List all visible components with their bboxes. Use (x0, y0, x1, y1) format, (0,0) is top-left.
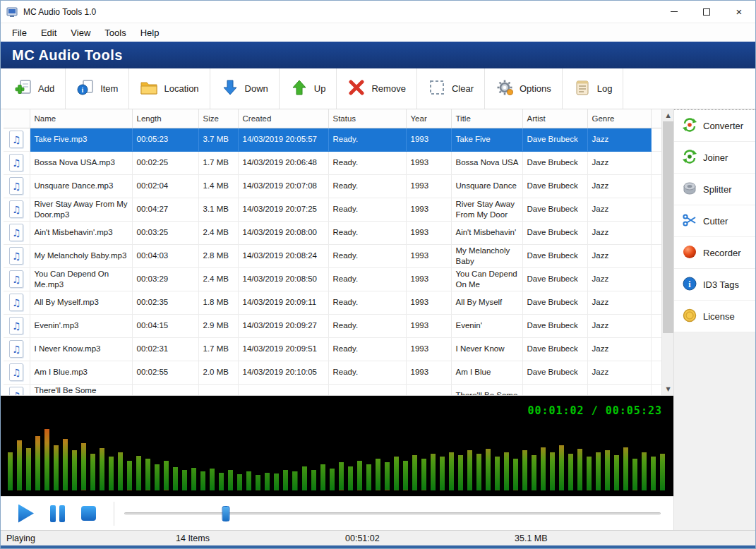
stop-button[interactable] (73, 501, 104, 526)
menu-view[interactable]: View (64, 23, 97, 42)
table-row[interactable]: ♫Evenin'.mp300:04:152.9 MB14/03/2019 20:… (4, 314, 663, 337)
spectrum-bar (26, 448, 31, 490)
sidebar-item-recorder[interactable]: Recorder (674, 237, 755, 269)
minimize-button[interactable] (658, 1, 690, 23)
column-header-genre[interactable]: Genre (587, 109, 651, 128)
table-row[interactable]: ♫Unsquare Dance.mp300:02:041.4 MB14/03/2… (4, 174, 663, 198)
table-row[interactable]: ♫Take Five.mp300:05:233.7 MB14/03/2019 2… (4, 128, 663, 151)
menu-help[interactable]: Help (133, 23, 167, 42)
menu-file[interactable]: File (5, 23, 34, 42)
location-button[interactable]: Location (129, 68, 209, 109)
cell-name: Unsquare Dance.mp3 (30, 174, 132, 198)
spectrum-bar (486, 449, 491, 490)
converter-icon (682, 117, 697, 135)
title-bar: MC Audio Tools 1.0 × (1, 1, 755, 23)
log-icon (573, 78, 592, 99)
menu-edit[interactable]: Edit (34, 23, 64, 42)
column-header-length[interactable]: Length (132, 109, 198, 128)
cell-artist: Dave Brubeck (522, 291, 587, 314)
log-button[interactable]: Log (563, 68, 623, 109)
table-row[interactable]: ♫My Melancholy Baby.mp300:04:032.8 MB14/… (4, 244, 663, 267)
music-note-icon: ♫ (4, 384, 30, 396)
column-header-status[interactable]: Status (328, 109, 406, 128)
cell-status: Ready. (328, 337, 406, 361)
down-button[interactable]: Down (210, 68, 279, 109)
music-note-icon: ♫ (4, 267, 30, 291)
cell-artist: Dave Brubeck (522, 221, 587, 244)
clear-button[interactable]: Clear (417, 68, 484, 109)
cell-length: 00:03:25 (132, 221, 198, 244)
cell-artist: Dave Brubeck (522, 244, 587, 267)
column-header-title[interactable]: Title (451, 109, 522, 128)
cell-year: 1993 (406, 174, 451, 198)
spectrum-bar (541, 447, 546, 490)
cell-artist: Dave Brubeck (522, 151, 587, 174)
table-row[interactable]: ♫There'll Be Some ChangesThere'll Be Som… (4, 384, 663, 396)
up-button[interactable]: Up (280, 68, 337, 109)
spectrum-visualizer: 00:01:02 / 00:05:23 (1, 396, 673, 496)
column-header-artist[interactable]: Artist (522, 109, 587, 128)
menu-tools[interactable]: Tools (97, 23, 133, 42)
close-icon: × (736, 6, 743, 17)
seek-handle[interactable] (222, 506, 230, 521)
cell-year: 1993 (406, 337, 451, 361)
spectrum-bar (145, 459, 150, 490)
add-button[interactable]: Add (4, 68, 65, 109)
spectrum-bar (200, 471, 205, 490)
table-row[interactable]: ♫All By Myself.mp300:02:351.8 MB14/03/20… (4, 291, 663, 314)
table-row[interactable]: ♫River Stay Away From My Door.mp300:04:2… (4, 198, 663, 221)
scroll-down-icon[interactable]: ▼ (662, 383, 673, 395)
cell-year: 1993 (406, 128, 451, 151)
tools-list: Converter Joiner (674, 109, 755, 332)
stop-icon (81, 506, 96, 521)
play-button[interactable] (11, 501, 42, 526)
column-header-created[interactable]: Created (238, 109, 328, 128)
sidebar-item-splitter[interactable]: Splitter (674, 174, 755, 205)
spectrum-bar (596, 452, 601, 490)
column-header-size[interactable]: Size (198, 109, 238, 128)
column-header-name[interactable]: Name (30, 109, 132, 128)
cell-length: 00:02:31 (132, 337, 198, 361)
table-scrollbar[interactable]: ▲ ▼ (661, 109, 673, 395)
spectrum-bar (283, 470, 288, 490)
item-button[interactable]: i Item (66, 68, 128, 109)
sidebar-item-id3-tags[interactable]: i ID3 Tags (674, 269, 755, 301)
pause-button[interactable] (42, 501, 73, 526)
music-note-icon: ♫ (4, 151, 30, 174)
seek-slider[interactable] (124, 501, 661, 526)
cell-size: 1.7 MB (198, 337, 238, 361)
table-row[interactable]: ♫You Can Depend On Me.mp300:03:292.4 MB1… (4, 267, 663, 291)
sidebar-item-converter[interactable]: Converter (674, 110, 755, 142)
music-note-icon: ♫ (4, 244, 30, 267)
playback-time: 00:01:02 / 00:05:23 (527, 404, 662, 417)
spectrum-bar (90, 454, 95, 490)
sidebar-item-cutter[interactable]: Cutter (674, 205, 755, 237)
cell-name: Evenin'.mp3 (30, 314, 132, 337)
remove-button[interactable]: Remove (337, 68, 416, 109)
options-button[interactable]: Options (485, 68, 562, 109)
spectrum-bar (265, 473, 270, 490)
spectrum-bar (182, 470, 187, 490)
cell-genre: Jazz (587, 128, 651, 151)
cell-year: 1993 (406, 198, 451, 221)
sidebar-item-label: Cutter (703, 216, 728, 227)
cell-title: River Stay Away From My Door (451, 198, 522, 221)
table-row[interactable]: ♫Bossa Nova USA.mp300:02:251.7 MB14/03/2… (4, 151, 663, 174)
cell-length (132, 384, 198, 396)
column-header-year[interactable]: Year (406, 109, 451, 128)
left-column: NameLengthSizeCreatedStatusYearTitleArti… (1, 109, 673, 530)
sidebar-item-joiner[interactable]: Joiner (674, 142, 755, 174)
sidebar-item-license[interactable]: License (674, 301, 755, 332)
table-row[interactable]: ♫I Never Know.mp300:02:311.7 MB14/03/201… (4, 337, 663, 361)
table-row[interactable]: ♫Am I Blue.mp300:02:552.0 MB14/03/2019 2… (4, 361, 663, 384)
item-button-label: Item (100, 83, 118, 94)
scrollbar-thumb[interactable] (663, 121, 673, 333)
scroll-up-icon[interactable]: ▲ (662, 109, 673, 121)
sidebar-item-label: ID3 Tags (703, 279, 739, 290)
table-row[interactable]: ♫Ain't Misbehavin'.mp300:03:252.4 MB14/0… (4, 221, 663, 244)
pause-icon (50, 505, 65, 522)
seek-track[interactable] (124, 512, 661, 514)
maximize-button[interactable] (690, 1, 723, 23)
cell-status: Ready. (328, 221, 406, 244)
close-button[interactable]: × (723, 1, 755, 23)
